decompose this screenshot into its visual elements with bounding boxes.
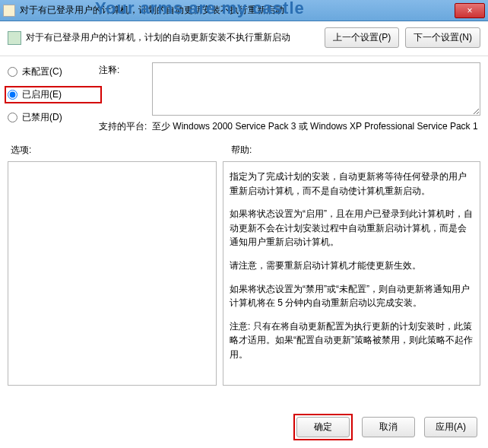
options-box <box>8 161 217 386</box>
radio-group: 未配置(C) 已启用(E) 已禁用(D) <box>8 62 99 132</box>
help-paragraph: 如果将状态设置为“禁用”或“未配置”，则自动更新将通知用户计算机将在 5 分钟内… <box>230 282 474 310</box>
radio-disabled-label: 已禁用(D) <box>22 111 62 124</box>
radio-not-configured[interactable]: 未配置(C) <box>8 65 99 78</box>
watermark-text: Your arms are my castle <box>95 0 305 18</box>
radio-disabled[interactable]: 已禁用(D) <box>8 111 99 124</box>
close-button[interactable]: × <box>455 3 485 18</box>
help-paragraph: 注意: 只有在将自动更新配置为执行更新的计划安装时，此策略才适用。如果“配置自动… <box>230 319 474 362</box>
radio-enabled-input[interactable] <box>8 90 17 100</box>
config-area: 未配置(C) 已启用(E) 已禁用(D) 注释: 支持的平台: 至少 Windo… <box>0 56 488 133</box>
bottom-buttons: 确定 取消 应用(A) <box>293 414 477 440</box>
header-bar: 对于有已登录用户的计算机，计划的自动更新安装不执行重新启动 上一个设置(P) 下… <box>0 21 488 56</box>
cancel-button[interactable]: 取消 <box>362 417 415 437</box>
mid-labels: 选项: 帮助: <box>0 133 488 161</box>
help-paragraph: 请注意，需要重新启动计算机才能使更新生效。 <box>230 259 474 273</box>
policy-icon <box>3 5 15 17</box>
radio-not-configured-label: 未配置(C) <box>22 65 62 78</box>
radio-enabled[interactable]: 已启用(E) <box>5 86 102 103</box>
next-setting-button[interactable]: 下一个设置(N) <box>405 27 480 48</box>
help-paragraph: 指定为了完成计划的安装，自动更新将等待任何登录的用户重新启动计算机，而不是自动使… <box>230 170 474 198</box>
radio-disabled-input[interactable] <box>8 113 17 122</box>
apply-button[interactable]: 应用(A) <box>424 417 477 437</box>
prev-setting-button[interactable]: 上一个设置(P) <box>325 27 399 48</box>
ok-highlight: 确定 <box>293 414 353 440</box>
policy-title: 对于有已登录用户的计算机，计划的自动更新安装不执行重新启动 <box>26 31 318 44</box>
help-label: 帮助: <box>231 144 252 157</box>
options-label: 选项: <box>11 144 231 157</box>
radio-not-configured-input[interactable] <box>8 67 17 77</box>
comment-input[interactable] <box>152 62 480 116</box>
content-area: 指定为了完成计划的安装，自动更新将等待任何登录的用户重新启动计算机，而不是自动使… <box>0 161 488 386</box>
platform-label: 支持的平台: <box>99 120 152 133</box>
help-box: 指定为了完成计划的安装，自动更新将等待任何登录的用户重新启动计算机，而不是自动使… <box>223 161 480 386</box>
radio-enabled-label: 已启用(E) <box>22 88 62 101</box>
ok-button[interactable]: 确定 <box>296 417 350 437</box>
platform-value: 至少 Windows 2000 Service Pack 3 或 Windows… <box>152 120 480 133</box>
help-paragraph: 如果将状态设置为“启用”，且在用户已登录到此计算机时，自动更新不会在计划安装过程… <box>230 207 474 249</box>
titlebar: 对于有已登录用户的计算机，计划的自动更新安装不执行重新启动 Your arms … <box>0 0 488 21</box>
policy-header-icon <box>8 31 21 45</box>
comment-label: 注释: <box>99 62 152 77</box>
